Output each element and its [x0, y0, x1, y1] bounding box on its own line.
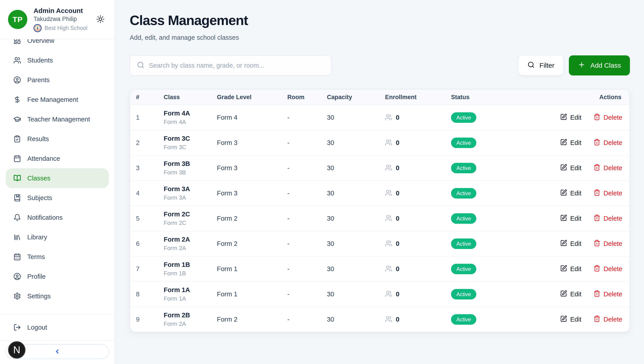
delete-button[interactable]: Delete	[593, 114, 622, 122]
enrollment-count: 0	[396, 290, 399, 298]
delete-label: Delete	[603, 139, 622, 146]
edit-button[interactable]: Edit	[560, 265, 581, 273]
edit-pencil-icon	[560, 290, 567, 298]
delete-button[interactable]: Delete	[593, 214, 622, 223]
class-name: Form 3A	[164, 185, 217, 193]
profile-school-row: Best High School	[34, 24, 92, 32]
table-header: # Class Grade Level Room Capacity Enroll…	[130, 90, 629, 105]
class-cell: Form 1B Form 1B	[164, 261, 217, 277]
class-cell: Form 3A Form 3A	[164, 185, 217, 201]
edit-button[interactable]: Edit	[560, 139, 581, 147]
users-icon	[385, 164, 392, 172]
sidebar-item-classes[interactable]: Classes	[6, 168, 109, 188]
logout-button[interactable]: Logout	[6, 318, 109, 337]
grade-level: Form 2	[217, 316, 287, 323]
status-badge: Active	[451, 188, 476, 198]
sidebar-item-attendance[interactable]: Attendance	[6, 149, 109, 168]
sidebar-item-students[interactable]: Students	[6, 50, 109, 70]
class-name: Form 1A	[164, 286, 217, 294]
enrollment-count: 0	[396, 190, 399, 197]
edit-button[interactable]: Edit	[560, 315, 581, 324]
sidebar-item-fee-management[interactable]: Fee Management	[6, 90, 109, 110]
delete-label: Delete	[603, 316, 622, 323]
theme-toggle-button[interactable]	[95, 14, 106, 24]
sidebar-item-overview[interactable]: Overview	[6, 39, 109, 50]
delete-button[interactable]: Delete	[593, 189, 622, 198]
column-header: Class	[164, 94, 217, 101]
sun-icon	[96, 21, 105, 24]
user-circle-icon	[14, 76, 21, 84]
sidebar-item-label: Terms	[27, 253, 45, 260]
sidebar-item-teacher-management[interactable]: Teacher Management	[6, 110, 109, 129]
status-badge: Active	[451, 238, 476, 249]
dev-tools-badge[interactable]: N	[8, 341, 26, 359]
edit-pencil-icon	[560, 240, 567, 248]
delete-button[interactable]: Delete	[593, 139, 622, 147]
filter-button[interactable]: Filter	[518, 56, 564, 76]
class-subname: Form 2A	[164, 320, 217, 328]
edit-pencil-icon	[560, 315, 567, 324]
sidebar-item-subjects[interactable]: Subjects	[6, 188, 109, 208]
capacity: 30	[327, 316, 385, 323]
edit-label: Edit	[570, 215, 581, 222]
edit-pencil-icon	[560, 189, 567, 198]
edit-pencil-icon	[560, 214, 567, 223]
sidebar-nav: Overview Students Parents Fee Management…	[0, 39, 114, 311]
users-icon	[385, 290, 392, 298]
delete-button[interactable]: Delete	[593, 290, 622, 298]
edit-button[interactable]: Edit	[560, 189, 581, 198]
enrollment-cell: 0	[385, 164, 451, 172]
column-header: Grade Level	[217, 94, 287, 101]
row-number: 9	[130, 316, 164, 323]
actions-cell: Edit Delete	[560, 164, 630, 172]
delete-label: Delete	[603, 114, 622, 121]
delete-button[interactable]: Delete	[593, 240, 622, 248]
class-name: Form 2B	[164, 312, 217, 319]
table-row: 6 Form 2A Form 2A Form 2 - 30 0 Active E…	[130, 231, 629, 256]
search-input[interactable]	[149, 62, 324, 69]
class-cell: Form 4A Form 4A	[164, 110, 217, 126]
graduation-cap-icon	[14, 116, 21, 123]
table-row: 5 Form 2C Form 2C Form 2 - 30 0 Active E…	[130, 206, 629, 231]
sidebar-item-settings[interactable]: Settings	[6, 286, 109, 306]
enrollment-cell: 0	[385, 265, 451, 273]
sidebar-item-label: Profile	[27, 273, 46, 280]
enrollment-cell: 0	[385, 189, 451, 198]
edit-button[interactable]: Edit	[560, 240, 581, 248]
class-name: Form 1B	[164, 261, 217, 268]
status-cell: Active	[451, 213, 560, 224]
sidebar-item-label: Parents	[27, 76, 50, 84]
row-number: 7	[130, 265, 164, 273]
sidebar-item-library[interactable]: Library	[6, 227, 109, 247]
delete-button[interactable]: Delete	[593, 265, 622, 273]
sidebar-item-terms[interactable]: Terms	[6, 247, 109, 267]
class-subname: Form 2C	[164, 220, 217, 226]
edit-button[interactable]: Edit	[560, 164, 581, 172]
trash-icon	[593, 315, 600, 324]
status-badge: Active	[451, 314, 476, 325]
delete-button[interactable]: Delete	[593, 315, 622, 324]
chevron-left-icon	[54, 348, 61, 356]
capacity: 30	[327, 114, 385, 121]
sidebar-item-parents[interactable]: Parents	[6, 70, 109, 90]
delete-button[interactable]: Delete	[593, 164, 622, 172]
edit-button[interactable]: Edit	[560, 290, 581, 298]
sidebar-item-label: Teacher Management	[27, 116, 90, 123]
table-row: 1 Form 4A Form 4A Form 4 - 30 0 Active E…	[130, 105, 629, 130]
trash-icon	[593, 240, 600, 248]
library-icon	[14, 233, 21, 241]
search-icon	[137, 61, 144, 70]
capacity: 30	[327, 215, 385, 222]
add-class-button[interactable]: Add Class	[569, 56, 630, 76]
column-header: #	[130, 94, 164, 101]
edit-button[interactable]: Edit	[560, 214, 581, 223]
sidebar-item-results[interactable]: Results	[6, 129, 109, 149]
room: -	[287, 215, 327, 222]
status-cell: Active	[451, 163, 560, 173]
class-cell: Form 3B Form 3B	[164, 160, 217, 176]
edit-button[interactable]: Edit	[560, 114, 581, 122]
sidebar-item-notifications[interactable]: Notifications	[6, 208, 109, 227]
sidebar-item-label: Settings	[27, 292, 51, 300]
sidebar-item-profile[interactable]: Profile	[6, 267, 109, 286]
sidebar-item-label: Attendance	[27, 155, 60, 162]
